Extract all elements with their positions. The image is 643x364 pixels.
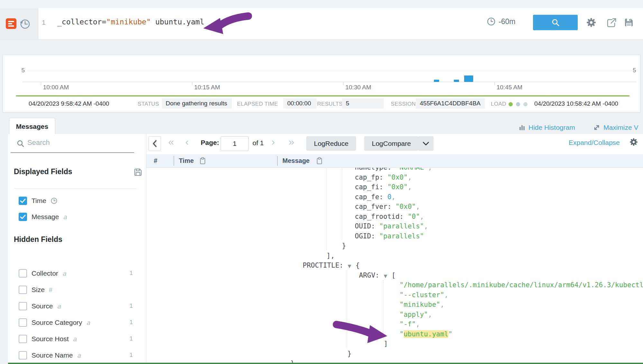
query-token: _collector=: [57, 18, 106, 26]
collapse-triangle-icon[interactable]: ▼: [347, 263, 352, 269]
field-checkbox[interactable]: [19, 335, 27, 343]
log-token: ]: [384, 340, 388, 348]
indent-guide: [383, 280, 383, 338]
log-line: OUID: "parallels",: [355, 222, 428, 231]
tab-messages[interactable]: Messages: [9, 118, 55, 135]
log-token: 0: [387, 193, 391, 201]
log-token: {: [352, 262, 360, 269]
time-range-clock-icon: [487, 17, 496, 26]
field-checkbox[interactable]: [19, 213, 27, 221]
log-search-icon[interactable]: [6, 18, 16, 29]
field-row-collector[interactable]: Collectora1: [8, 265, 146, 282]
x-tick-label: 10:15 AM: [194, 84, 220, 91]
query-icon-gutter: [0, 8, 38, 39]
log-token: :: [387, 168, 395, 171]
maximize-view-label: Maximize V: [603, 124, 638, 131]
first-page-button[interactable]: «: [168, 136, 174, 148]
logcompare-dropdown-button[interactable]: [418, 136, 434, 151]
next-page-button[interactable]: ›: [271, 136, 275, 148]
log-line: "--cluster",: [400, 291, 448, 299]
log-token: ,: [428, 168, 432, 171]
hide-histogram-label: Hide Histogram: [528, 124, 575, 131]
time-range-button[interactable]: -60m: [487, 17, 515, 26]
expand-collapse-link[interactable]: Expand/Collapse: [569, 139, 620, 146]
field-row-source-host[interactable]: Source Hosta1: [8, 331, 146, 347]
status-progress-line: [16, 95, 629, 96]
histogram-bar[interactable]: [434, 80, 439, 82]
field-checkbox[interactable]: [19, 269, 27, 278]
log-token: ,: [408, 183, 412, 191]
field-row-time[interactable]: Time: [8, 193, 146, 209]
histogram-panel: 5 5 10:00 AM10:15 AM10:30 AM10:45 AM 04/…: [3, 55, 640, 112]
query-history-icon[interactable]: [19, 18, 31, 30]
logcompare-button[interactable]: LogCompare: [364, 136, 418, 151]
y-axis-tick-right: 5: [633, 67, 636, 74]
field-row-source-name[interactable]: Source Namea1: [8, 347, 146, 364]
log-line: "ubuntu.yaml": [400, 330, 452, 339]
log-token: "0": [408, 213, 420, 220]
search-underline: [11, 152, 134, 153]
log-line: cap_fi: "0x0",: [355, 183, 412, 191]
field-type-icon: [51, 197, 58, 204]
log-line: "apply",: [400, 310, 432, 319]
y-axis-tick-left: 5: [16, 67, 25, 74]
last-page-button[interactable]: »: [289, 136, 294, 148]
share-icon[interactable]: [606, 17, 617, 28]
field-row-message[interactable]: Messagea: [8, 209, 146, 225]
field-label: Source Host: [32, 335, 69, 343]
copy-message-column-icon[interactable]: [316, 157, 323, 165]
collapse-triangle-icon[interactable]: ▼: [383, 273, 388, 279]
log-line: OGID: "parallels": [355, 232, 424, 241]
field-checkbox[interactable]: [19, 351, 27, 360]
hide-histogram-link[interactable]: Hide Histogram: [519, 124, 575, 131]
log-line: }: [342, 242, 346, 250]
fields-search-input[interactable]: [27, 138, 131, 147]
column-header-time[interactable]: Time: [179, 157, 194, 164]
displayed-fields-list: TimeMessagea: [8, 193, 146, 225]
histogram-bar[interactable]: [464, 75, 473, 82]
log-token: ": [400, 330, 404, 338]
log-token: }: [290, 360, 295, 363]
query-token: ubuntu.yaml: [151, 18, 204, 26]
query-input[interactable]: _collector="minikube" ubuntu.yaml: [57, 18, 204, 26]
field-row-source[interactable]: Sourcea1: [8, 298, 146, 315]
collapse-sidebar-button[interactable]: [149, 136, 161, 151]
save-icon[interactable]: [624, 17, 634, 28]
maximize-view-link[interactable]: Maximize V: [593, 124, 638, 131]
log-token: "0x0": [387, 183, 408, 191]
field-checkbox[interactable]: [19, 302, 27, 310]
field-type-icon: a: [87, 319, 90, 326]
field-checkbox[interactable]: [19, 197, 27, 205]
log-token: "parallels": [379, 232, 424, 240]
log-token: OUID: [355, 222, 371, 230]
copy-time-column-icon[interactable]: [199, 157, 206, 165]
maximize-icon: [593, 124, 601, 131]
log-token: ,: [416, 320, 420, 328]
prev-page-button[interactable]: ‹: [185, 136, 189, 148]
search-button[interactable]: [533, 15, 578, 30]
log-token: :: [379, 173, 387, 181]
field-row-source-category[interactable]: Source Categorya1: [8, 315, 146, 331]
field-type-icon: a: [63, 213, 67, 221]
hidden-fields-title: Hidden Fields: [14, 235, 62, 244]
search-term-highlight: ubuntu.yaml: [404, 330, 448, 338]
field-count: 1: [120, 302, 133, 309]
log-token: "0x0": [395, 203, 416, 210]
display-settings-gear-icon[interactable]: [629, 137, 638, 147]
logreduce-button[interactable]: LogReduce: [306, 136, 356, 151]
column-header-message[interactable]: Message: [282, 157, 310, 164]
field-row-size[interactable]: Size#: [8, 282, 146, 298]
log-token: :: [371, 222, 379, 230]
field-checkbox[interactable]: [19, 286, 27, 294]
log-token: :: [371, 232, 379, 240]
field-label: Message: [32, 213, 59, 221]
settings-gear-icon[interactable]: [585, 17, 597, 28]
hidden-fields-list: Collectora1Size#Sourcea1Source Categorya…: [8, 265, 146, 364]
histogram-bar[interactable]: [454, 80, 459, 82]
field-checkbox[interactable]: [19, 318, 27, 327]
page-number-input[interactable]: [221, 136, 249, 151]
save-fields-icon[interactable]: [134, 168, 142, 176]
log-token: ],: [326, 252, 335, 260]
message-table-header: # Time Message: [146, 154, 643, 168]
messages-content: « ‹ Page: of 1 › » LogReduce LogCompare …: [146, 134, 643, 364]
